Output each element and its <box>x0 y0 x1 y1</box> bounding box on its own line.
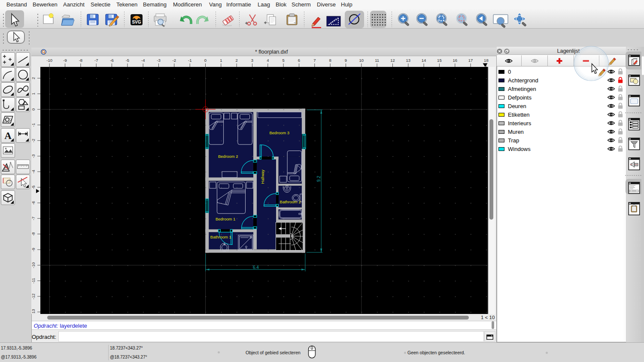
svg-text:Bathroom 1: Bathroom 1 <box>210 235 231 239</box>
svg-text:-8: -8 <box>31 232 36 235</box>
svg-text:A: A <box>4 130 12 141</box>
svg-text:8: 8 <box>329 58 331 63</box>
svg-text:-1: -1 <box>188 58 191 63</box>
svg-text:14: 14 <box>422 58 426 63</box>
svg-text:Bedroom 2: Bedroom 2 <box>218 154 238 159</box>
svg-text:17: 17 <box>468 58 473 63</box>
svg-text:Bathroom 2: Bathroom 2 <box>280 199 301 204</box>
svg-text:1: 1 <box>31 93 36 95</box>
svg-text:-6: -6 <box>31 201 36 205</box>
svg-text:2: 2 <box>236 58 238 63</box>
svg-text:9: 9 <box>345 58 347 63</box>
svg-text:-8: -8 <box>79 58 82 63</box>
svg-text:-7: -7 <box>31 217 36 220</box>
svg-text:SVG: SVG <box>132 20 141 24</box>
svg-text:6.4: 6.4 <box>253 265 259 270</box>
svg-text:-10: -10 <box>46 58 52 63</box>
svg-text:-4: -4 <box>141 58 145 63</box>
svg-text:-2: -2 <box>173 58 176 63</box>
svg-text:7: 7 <box>313 58 316 63</box>
svg-text:-5: -5 <box>126 58 129 63</box>
svg-text:9.2: 9.2 <box>316 176 321 182</box>
svg-text:0: 0 <box>31 108 36 110</box>
svg-text:-11: -11 <box>31 278 36 284</box>
svg-text:Hallway: Hallway <box>260 169 265 184</box>
svg-text:-13: -13 <box>31 309 36 314</box>
svg-text:1: 1 <box>220 58 222 63</box>
svg-text:-9: -9 <box>63 58 67 63</box>
svg-text:2: 2 <box>31 77 36 79</box>
svg-text:12: 12 <box>390 58 395 63</box>
svg-text:Bedroom 3: Bedroom 3 <box>270 130 289 135</box>
svg-text:-6: -6 <box>110 58 113 63</box>
svg-text:4: 4 <box>267 58 269 63</box>
svg-text:-3: -3 <box>31 154 36 158</box>
svg-text:6: 6 <box>298 58 300 63</box>
svg-text:16: 16 <box>453 58 458 63</box>
svg-text:-3: -3 <box>157 58 160 63</box>
svg-text:15: 15 <box>437 58 442 63</box>
svg-text:11: 11 <box>375 58 379 63</box>
svg-text:0: 0 <box>204 58 207 63</box>
svg-text:-12: -12 <box>31 293 36 299</box>
svg-text:5: 5 <box>282 58 284 63</box>
svg-text:-4: -4 <box>31 170 36 173</box>
svg-text:13: 13 <box>406 58 411 63</box>
svg-text:-7: -7 <box>94 58 98 63</box>
svg-text:3: 3 <box>251 58 253 63</box>
svg-text:Bedroom 1: Bedroom 1 <box>216 217 235 221</box>
svg-text:-5: -5 <box>31 185 36 189</box>
svg-text:-2: -2 <box>31 139 36 142</box>
svg-text:-1: -1 <box>31 123 36 127</box>
svg-text:-9: -9 <box>31 248 36 251</box>
svg-text:18: 18 <box>484 58 489 63</box>
svg-text:-10: -10 <box>31 262 36 268</box>
svg-text:10: 10 <box>359 58 364 63</box>
